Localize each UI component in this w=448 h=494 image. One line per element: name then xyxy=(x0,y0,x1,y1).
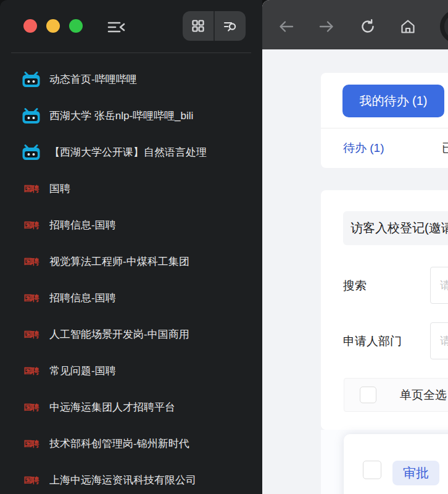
guopin-icon: 国聘 xyxy=(22,366,40,377)
row-checkbox[interactable] xyxy=(363,461,381,479)
sidebar-tab-bilibili-zhangyue-nlp[interactable]: 西湖大学 张岳nlp-哔哩哔哩_bili xyxy=(0,98,262,134)
search-list-icon xyxy=(223,19,238,33)
tab-todo[interactable]: 待办 (1) xyxy=(343,128,384,168)
guopin-icon: 国聘 xyxy=(22,438,40,450)
home-button[interactable] xyxy=(400,19,416,35)
sidebar-window: 动态首页-哔哩哔哩 西湖大学 张岳nlp-哔哩哔哩_bili xyxy=(0,0,262,494)
approve-button[interactable]: 审批 xyxy=(392,461,439,485)
select-all-label: 单页全选 xyxy=(400,387,447,403)
tab-title: 中远海运集团人才招聘平台 xyxy=(49,400,175,414)
guopin-icon: 国聘 xyxy=(22,183,40,195)
browser-window: 我的待办 (1) 待办 (1) 已办 访客入校登记(邀请码) 搜索 申请人部门 … xyxy=(262,0,448,494)
sidebar-view-toggle xyxy=(183,11,246,41)
tab-title: 招聘信息-国聘 xyxy=(49,218,116,232)
sidebar-tab-ai-scene-dev[interactable]: 国聘 人工智能场景开发岗-中国商用 xyxy=(0,316,262,353)
forward-button[interactable] xyxy=(318,19,334,35)
search-input[interactable] xyxy=(430,267,448,304)
select-all-checkbox[interactable] xyxy=(360,387,376,403)
tab-title: 视觉算法工程师-中煤科工集团 xyxy=(49,254,189,269)
my-todo-button[interactable]: 我的待办 (1) xyxy=(342,85,444,117)
tab-title: 动态首页-哔哩哔哩 xyxy=(49,72,137,86)
page-content: 我的待办 (1) 待办 (1) 已办 访客入校登记(邀请码) 搜索 申请人部门 … xyxy=(262,49,448,494)
avatar[interactable] xyxy=(440,10,448,43)
card-divider xyxy=(321,128,448,128)
back-icon xyxy=(278,19,294,35)
sidebar-tab-vision-engineer[interactable]: 国聘 视觉算法工程师-中煤科工集团 xyxy=(0,243,262,280)
grid-icon xyxy=(191,19,205,33)
minimize-window-button[interactable] xyxy=(46,19,60,33)
reload-button[interactable] xyxy=(360,19,376,35)
tab-title: 技术部科创管理岗-锦州新时代 xyxy=(49,437,189,451)
tab-title: 常见问题-国聘 xyxy=(49,364,116,378)
sidebar-tab-guopin-jobs-1[interactable]: 国聘 招聘信息-国聘 xyxy=(0,207,262,243)
guopin-icon: 国聘 xyxy=(22,475,40,486)
tab-title: 人工智能场景开发岗-中国商用 xyxy=(49,327,189,341)
search-tabs-button[interactable] xyxy=(215,11,246,41)
bilibili-icon xyxy=(22,72,40,88)
select-all-bar: 单页全选 xyxy=(344,378,448,412)
tab-done[interactable]: 已办 xyxy=(442,128,448,168)
sidebar-header-divider xyxy=(11,52,251,53)
tab-title: 西湖大学 张岳nlp-哔哩哔哩_bili xyxy=(49,109,193,123)
sidebar-tab-shanghai-cosco[interactable]: 国聘 上海中远海运资讯科技有限公司 xyxy=(0,462,262,494)
back-button[interactable] xyxy=(278,19,294,35)
collapse-sidebar-icon xyxy=(107,20,126,34)
tab-title: 【西湖大学公开课】自然语言处理 xyxy=(49,145,207,159)
forward-icon xyxy=(318,19,334,35)
filter-card: 访客入校登记(邀请码) 搜索 申请人部门 单页全选 xyxy=(321,190,448,430)
sidebar-tab-tech-dept-job[interactable]: 国聘 技术部科创管理岗-锦州新时代 xyxy=(0,425,262,462)
sidebar-tab-bilibili-open-course[interactable]: 【西湖大学公开课】自然语言处理 xyxy=(0,134,262,170)
sidebar-tab-guopin-jobs-2[interactable]: 国聘 招聘信息-国聘 xyxy=(0,280,262,316)
applicant-dept-input[interactable] xyxy=(430,322,448,359)
tab-title: 招聘信息-国聘 xyxy=(49,291,116,305)
bilibili-icon xyxy=(22,108,40,124)
approval-type-select[interactable]: 访客入校登记(邀请码) xyxy=(343,211,448,245)
sidebar-tab-bilibili-home[interactable]: 动态首页-哔哩哔哩 xyxy=(0,61,262,98)
applicant-dept-label: 申请人部门 xyxy=(343,333,402,350)
approval-row-card: 审批 xyxy=(344,434,448,494)
reload-icon xyxy=(360,19,376,35)
collapse-sidebar-button[interactable] xyxy=(106,20,127,35)
sidebar-tab-guopin-faq[interactable]: 国聘 常见问题-国聘 xyxy=(0,353,262,389)
guopin-icon: 国聘 xyxy=(22,256,40,267)
todo-header-card: 我的待办 (1) 待办 (1) 已办 xyxy=(321,73,448,168)
vertical-tab-list: 动态首页-哔哩哔哩 西湖大学 张岳nlp-哔哩哔哩_bili xyxy=(0,61,262,494)
browser-toolbar xyxy=(262,0,448,49)
sidebar-tab-cosco-platform[interactable]: 国聘 中远海运集团人才招聘平台 xyxy=(0,389,262,425)
search-label: 搜索 xyxy=(343,278,367,294)
sidebar-tab-guopin[interactable]: 国聘 国聘 xyxy=(0,170,262,207)
guopin-icon: 国聘 xyxy=(22,220,40,231)
guopin-icon: 国聘 xyxy=(22,402,40,413)
home-icon xyxy=(400,19,416,35)
bilibili-icon xyxy=(22,144,40,161)
guopin-icon: 国聘 xyxy=(22,329,40,340)
close-window-button[interactable] xyxy=(23,19,37,33)
tab-title: 国聘 xyxy=(49,182,70,196)
grid-view-button[interactable] xyxy=(183,11,214,41)
zoom-window-button[interactable] xyxy=(69,19,83,33)
tab-title: 上海中远海运资讯科技有限公司 xyxy=(49,473,196,487)
guopin-icon: 国聘 xyxy=(22,293,40,304)
